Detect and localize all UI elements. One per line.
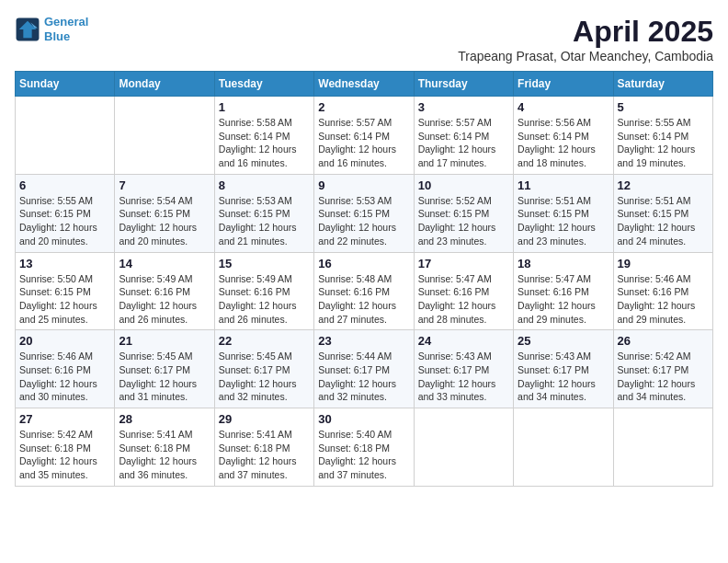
day-detail: Sunrise: 5:55 AM Sunset: 6:15 PM Dayligh…: [19, 194, 110, 248]
day-number: 25: [518, 334, 609, 348]
day-detail: Sunrise: 5:54 AM Sunset: 6:15 PM Dayligh…: [119, 194, 210, 248]
calendar-cell: 22Sunrise: 5:45 AM Sunset: 6:17 PM Dayli…: [214, 330, 313, 408]
day-number: 19: [618, 257, 709, 270]
day-detail: Sunrise: 5:47 AM Sunset: 6:16 PM Dayligh…: [518, 272, 609, 327]
logo-icon: [15, 17, 40, 42]
calendar-cell: 13Sunrise: 5:50 AM Sunset: 6:15 PM Dayli…: [16, 252, 115, 330]
day-detail: Sunrise: 5:41 AM Sunset: 6:18 PM Dayligh…: [119, 428, 210, 482]
day-detail: Sunrise: 5:46 AM Sunset: 6:16 PM Dayligh…: [19, 350, 110, 404]
day-number: 28: [119, 412, 210, 426]
title-area: April 2025 Trapeang Prasat, Otar Meanche…: [458, 15, 713, 63]
day-number: 5: [618, 100, 709, 114]
subtitle: Trapeang Prasat, Otar Meanchey, Cambodia: [458, 49, 713, 63]
day-detail: Sunrise: 5:56 AM Sunset: 6:14 PM Dayligh…: [518, 116, 609, 170]
calendar-cell: 1Sunrise: 5:58 AM Sunset: 6:14 PM Daylig…: [214, 97, 313, 175]
day-detail: Sunrise: 5:51 AM Sunset: 6:15 PM Dayligh…: [618, 194, 709, 248]
day-number: 3: [418, 100, 509, 114]
day-detail: Sunrise: 5:50 AM Sunset: 6:15 PM Dayligh…: [19, 272, 110, 327]
day-detail: Sunrise: 5:41 AM Sunset: 6:18 PM Dayligh…: [219, 428, 310, 482]
day-detail: Sunrise: 5:43 AM Sunset: 6:17 PM Dayligh…: [418, 350, 509, 404]
calendar-cell: 21Sunrise: 5:45 AM Sunset: 6:17 PM Dayli…: [115, 330, 214, 408]
calendar-cell: [414, 408, 513, 487]
week-row-1: 1Sunrise: 5:58 AM Sunset: 6:14 PM Daylig…: [16, 97, 713, 175]
day-detail: Sunrise: 5:53 AM Sunset: 6:15 PM Dayligh…: [219, 194, 310, 248]
calendar-header-row: SundayMondayTuesdayWednesdayThursdayFrid…: [16, 72, 713, 97]
day-header-thursday: Thursday: [414, 72, 513, 97]
day-number: 9: [318, 178, 409, 192]
day-detail: Sunrise: 5:57 AM Sunset: 6:14 PM Dayligh…: [318, 116, 409, 170]
day-detail: Sunrise: 5:52 AM Sunset: 6:15 PM Dayligh…: [418, 194, 509, 248]
logo: General Blue: [15, 15, 88, 43]
day-header-friday: Friday: [514, 72, 613, 97]
day-header-sunday: Sunday: [16, 72, 115, 97]
day-detail: Sunrise: 5:48 AM Sunset: 6:16 PM Dayligh…: [318, 272, 409, 327]
day-number: 24: [418, 334, 509, 348]
day-header-wednesday: Wednesday: [314, 72, 414, 97]
day-number: 10: [418, 178, 509, 192]
calendar: SundayMondayTuesdayWednesdayThursdayFrid…: [15, 71, 713, 487]
day-detail: Sunrise: 5:47 AM Sunset: 6:16 PM Dayligh…: [418, 272, 509, 327]
day-number: 4: [518, 100, 609, 114]
calendar-cell: 4Sunrise: 5:56 AM Sunset: 6:14 PM Daylig…: [514, 97, 613, 175]
calendar-cell: 28Sunrise: 5:41 AM Sunset: 6:18 PM Dayli…: [115, 408, 214, 487]
day-number: 14: [119, 257, 210, 270]
day-number: 7: [119, 178, 210, 192]
calendar-cell: 7Sunrise: 5:54 AM Sunset: 6:15 PM Daylig…: [115, 174, 214, 252]
day-number: 23: [318, 334, 409, 348]
day-detail: Sunrise: 5:49 AM Sunset: 6:16 PM Dayligh…: [219, 272, 310, 327]
day-detail: Sunrise: 5:42 AM Sunset: 6:18 PM Dayligh…: [19, 428, 110, 482]
day-header-tuesday: Tuesday: [214, 72, 313, 97]
day-number: 17: [418, 257, 509, 270]
day-number: 2: [318, 100, 409, 114]
day-number: 12: [618, 178, 709, 192]
day-detail: Sunrise: 5:44 AM Sunset: 6:17 PM Dayligh…: [318, 350, 409, 404]
week-row-4: 20Sunrise: 5:46 AM Sunset: 6:16 PM Dayli…: [16, 330, 713, 408]
calendar-cell: 3Sunrise: 5:57 AM Sunset: 6:14 PM Daylig…: [414, 97, 513, 175]
calendar-cell: 6Sunrise: 5:55 AM Sunset: 6:15 PM Daylig…: [16, 174, 115, 252]
calendar-cell: 24Sunrise: 5:43 AM Sunset: 6:17 PM Dayli…: [414, 330, 513, 408]
calendar-cell: 25Sunrise: 5:43 AM Sunset: 6:17 PM Dayli…: [514, 330, 613, 408]
calendar-cell: 26Sunrise: 5:42 AM Sunset: 6:17 PM Dayli…: [613, 330, 712, 408]
day-detail: Sunrise: 5:53 AM Sunset: 6:15 PM Dayligh…: [318, 194, 409, 248]
calendar-cell: 10Sunrise: 5:52 AM Sunset: 6:15 PM Dayli…: [414, 174, 513, 252]
calendar-cell: 16Sunrise: 5:48 AM Sunset: 6:16 PM Dayli…: [314, 252, 414, 330]
day-number: 27: [19, 412, 110, 426]
day-number: 20: [19, 334, 110, 348]
day-number: 26: [618, 334, 709, 348]
calendar-cell: 27Sunrise: 5:42 AM Sunset: 6:18 PM Dayli…: [16, 408, 115, 487]
day-detail: Sunrise: 5:45 AM Sunset: 6:17 PM Dayligh…: [119, 350, 210, 404]
logo-text: General Blue: [44, 15, 88, 43]
calendar-cell: [16, 97, 115, 175]
day-detail: Sunrise: 5:42 AM Sunset: 6:17 PM Dayligh…: [618, 350, 709, 404]
calendar-cell: 20Sunrise: 5:46 AM Sunset: 6:16 PM Dayli…: [16, 330, 115, 408]
day-number: 29: [219, 412, 310, 426]
calendar-cell: 8Sunrise: 5:53 AM Sunset: 6:15 PM Daylig…: [214, 174, 313, 252]
calendar-cell: 12Sunrise: 5:51 AM Sunset: 6:15 PM Dayli…: [613, 174, 712, 252]
calendar-cell: 15Sunrise: 5:49 AM Sunset: 6:16 PM Dayli…: [214, 252, 313, 330]
calendar-cell: 17Sunrise: 5:47 AM Sunset: 6:16 PM Dayli…: [414, 252, 513, 330]
calendar-cell: 29Sunrise: 5:41 AM Sunset: 6:18 PM Dayli…: [214, 408, 313, 487]
day-number: 15: [219, 257, 310, 270]
calendar-cell: [115, 97, 214, 175]
week-row-2: 6Sunrise: 5:55 AM Sunset: 6:15 PM Daylig…: [16, 174, 713, 252]
day-header-monday: Monday: [115, 72, 214, 97]
day-number: 13: [19, 257, 110, 270]
calendar-cell: 30Sunrise: 5:40 AM Sunset: 6:18 PM Dayli…: [314, 408, 414, 487]
day-number: 8: [219, 178, 310, 192]
day-detail: Sunrise: 5:46 AM Sunset: 6:16 PM Dayligh…: [618, 272, 709, 327]
day-number: 22: [219, 334, 310, 348]
day-number: 21: [119, 334, 210, 348]
day-number: 16: [318, 257, 409, 270]
day-header-saturday: Saturday: [613, 72, 712, 97]
day-detail: Sunrise: 5:58 AM Sunset: 6:14 PM Dayligh…: [219, 116, 310, 170]
day-detail: Sunrise: 5:49 AM Sunset: 6:16 PM Dayligh…: [119, 272, 210, 327]
day-detail: Sunrise: 5:57 AM Sunset: 6:14 PM Dayligh…: [418, 116, 509, 170]
day-number: 18: [518, 257, 609, 270]
calendar-cell: [514, 408, 613, 487]
day-detail: Sunrise: 5:40 AM Sunset: 6:18 PM Dayligh…: [318, 428, 409, 482]
week-row-5: 27Sunrise: 5:42 AM Sunset: 6:18 PM Dayli…: [16, 408, 713, 487]
header: General Blue April 2025 Trapeang Prasat,…: [15, 15, 713, 63]
day-number: 1: [219, 100, 310, 114]
calendar-cell: 14Sunrise: 5:49 AM Sunset: 6:16 PM Dayli…: [115, 252, 214, 330]
calendar-cell: 11Sunrise: 5:51 AM Sunset: 6:15 PM Dayli…: [514, 174, 613, 252]
